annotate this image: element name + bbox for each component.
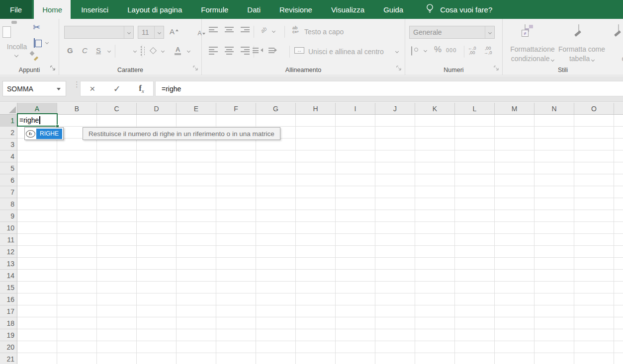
column-header-I[interactable]: I — [336, 103, 375, 114]
column-header-E[interactable]: E — [177, 103, 216, 114]
cell-N18[interactable] — [534, 317, 574, 329]
cell-N11[interactable] — [534, 234, 574, 246]
cell-B11[interactable] — [57, 234, 97, 246]
cell-O18[interactable] — [574, 317, 614, 329]
cell-O5[interactable] — [574, 162, 614, 174]
format-as-table-icon[interactable] — [578, 24, 579, 34]
cell-E7[interactable] — [177, 186, 216, 198]
cell-J17[interactable] — [375, 305, 415, 317]
cell-L11[interactable] — [455, 234, 495, 246]
cell-C8[interactable] — [97, 198, 137, 210]
underline-chevron-icon[interactable] — [107, 49, 111, 53]
cell-J14[interactable] — [375, 270, 415, 282]
cell-E11[interactable] — [177, 234, 216, 246]
align-left-icon[interactable] — [209, 47, 218, 55]
cell-N13[interactable] — [534, 258, 574, 270]
cell-B3[interactable] — [57, 139, 97, 150]
column-header-O[interactable]: O — [574, 103, 614, 114]
cell-G7[interactable] — [256, 186, 296, 198]
cell-E14[interactable] — [177, 270, 216, 282]
cell-H11[interactable] — [296, 234, 336, 246]
cell-A11[interactable] — [17, 234, 57, 246]
name-box[interactable]: SOMMA — [2, 81, 66, 96]
align-center-icon[interactable] — [225, 47, 234, 55]
cell-F21[interactable] — [216, 353, 256, 364]
cell-K9[interactable] — [415, 210, 455, 222]
cell-B14[interactable] — [57, 270, 97, 282]
row-header-16[interactable]: 16 — [0, 293, 17, 305]
cell-D10[interactable] — [137, 222, 177, 234]
cell-J4[interactable] — [375, 150, 415, 162]
cell-C20[interactable] — [97, 341, 137, 353]
confirm-entry-icon[interactable]: ✓ — [113, 83, 121, 94]
tab-inserisci[interactable]: Inserisci — [73, 0, 117, 19]
cell-I15[interactable] — [336, 282, 375, 293]
cell-C1[interactable] — [97, 115, 137, 127]
cell-N15[interactable] — [534, 282, 574, 293]
cell-E21[interactable] — [177, 353, 216, 364]
cell-A19[interactable] — [17, 329, 57, 341]
column-header-J[interactable]: J — [375, 103, 415, 114]
autocomplete-item-righe[interactable]: RIGHE — [36, 129, 62, 139]
cell-H12[interactable] — [296, 246, 336, 258]
bold-button[interactable]: G — [67, 46, 73, 55]
cell-K16[interactable] — [415, 293, 455, 305]
cell-O14[interactable] — [574, 270, 614, 282]
cell-C5[interactable] — [97, 162, 137, 174]
comma-style-icon[interactable]: 000 — [446, 47, 456, 53]
font-color-icon[interactable]: A — [175, 46, 181, 55]
cell-L16[interactable] — [455, 293, 495, 305]
cell-A17[interactable] — [17, 305, 57, 317]
cell-L4[interactable] — [455, 150, 495, 162]
cell-M20[interactable] — [495, 341, 534, 353]
cell-G3[interactable] — [256, 139, 296, 150]
cell-B13[interactable] — [57, 258, 97, 270]
cell-O13[interactable] — [574, 258, 614, 270]
cell-B8[interactable] — [57, 198, 97, 210]
cell-B21[interactable] — [57, 353, 97, 364]
cell-C13[interactable] — [97, 258, 137, 270]
cell-G15[interactable] — [256, 282, 296, 293]
cell-L12[interactable] — [455, 246, 495, 258]
cell-K12[interactable] — [415, 246, 455, 258]
underline-button[interactable]: S — [96, 46, 101, 55]
cell-M3[interactable] — [495, 139, 534, 150]
tab-formule[interactable]: Formule — [192, 0, 237, 19]
column-header-K[interactable]: K — [415, 103, 455, 114]
cell-O1[interactable] — [574, 115, 614, 127]
allineamento-dialog-launcher-icon[interactable] — [396, 64, 401, 73]
format-as-table-button[interactable]: Formatta come tabella — [554, 45, 609, 64]
cell-I18[interactable] — [336, 317, 375, 329]
cell-J21[interactable] — [375, 353, 415, 364]
font-size-select[interactable]: 11 — [138, 26, 164, 39]
cell-N12[interactable] — [534, 246, 574, 258]
cell-B5[interactable] — [57, 162, 97, 174]
cell-N5[interactable] — [534, 162, 574, 174]
column-header-D[interactable]: D — [137, 103, 177, 114]
cell-N3[interactable] — [534, 139, 574, 150]
cell-F3[interactable] — [216, 139, 256, 150]
column-header-G[interactable]: G — [256, 103, 296, 114]
cell-C11[interactable] — [97, 234, 137, 246]
increase-decimal-icon[interactable]: ←,0,00 — [468, 46, 476, 55]
cell-A21[interactable] — [17, 353, 57, 364]
cell-E13[interactable] — [177, 258, 216, 270]
cell-F12[interactable] — [216, 246, 256, 258]
cell-J7[interactable] — [375, 186, 415, 198]
row-header-19[interactable]: 19 — [0, 329, 17, 341]
cell-K5[interactable] — [415, 162, 455, 174]
cell-M14[interactable] — [495, 270, 534, 282]
cell-H17[interactable] — [296, 305, 336, 317]
cell-F1[interactable] — [216, 115, 256, 127]
cell-H3[interactable] — [296, 139, 336, 150]
row-header-10[interactable]: 10 — [0, 222, 17, 234]
cell-F18[interactable] — [216, 317, 256, 329]
cell-M18[interactable] — [495, 317, 534, 329]
number-format-arrow[interactable] — [485, 26, 494, 38]
cell-I7[interactable] — [336, 186, 375, 198]
cell-O8[interactable] — [574, 198, 614, 210]
tab-visualizza[interactable]: Visualizza — [323, 0, 373, 19]
cell-M6[interactable] — [495, 174, 534, 186]
cell-N14[interactable] — [534, 270, 574, 282]
select-all-button[interactable] — [0, 103, 17, 114]
